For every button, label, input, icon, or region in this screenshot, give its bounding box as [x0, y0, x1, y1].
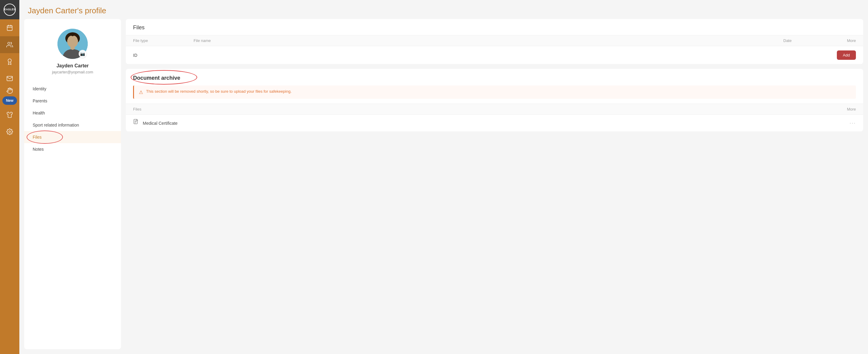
sidebar-item-new[interactable]: New — [0, 87, 19, 106]
table-row: ID Add — [126, 46, 863, 64]
new-button[interactable]: New — [2, 96, 17, 105]
svg-rect-11 — [134, 119, 137, 124]
nav-item-sport[interactable]: Sport related information — [24, 119, 121, 131]
sidebar-item-award[interactable] — [0, 53, 19, 70]
more-options-button[interactable]: ··· — [832, 120, 856, 126]
sidebar-item-settings[interactable] — [0, 123, 19, 140]
nav-item-identity[interactable]: Identity — [24, 83, 121, 95]
files-col-name: File name — [193, 38, 783, 43]
sidebar-item-calendar[interactable] — [0, 19, 19, 36]
archive-card: Document archive ⚠ This section will be … — [126, 69, 863, 131]
files-col-more: More — [832, 38, 856, 43]
files-card: Files File type File name Date More ID A… — [126, 19, 863, 64]
files-col-date: Date — [783, 38, 832, 43]
archive-col-more: More — [832, 107, 856, 111]
archive-row-left: Medical Certificate — [133, 119, 832, 127]
nav-item-notes[interactable]: Notes — [24, 143, 121, 155]
right-panel: Files File type File name Date More ID A… — [126, 19, 863, 349]
warning-icon: ⚠ — [139, 90, 143, 95]
page-title: Jayden Carter's profile — [28, 6, 860, 15]
avatar-section: 📷 Jayden Carter jaycarter@yopmail.com — [52, 19, 93, 80]
avatar-wrapper: 📷 — [58, 29, 88, 59]
page-header: Jayden Carter's profile — [19, 0, 868, 19]
archive-col-files: Files — [133, 107, 832, 111]
file-type-cell: ID — [133, 53, 193, 58]
sidebar: EAGLES New — [0, 0, 19, 354]
svg-point-5 — [8, 59, 11, 62]
document-icon — [133, 119, 139, 127]
svg-rect-0 — [7, 26, 12, 31]
archive-title: Document archive — [133, 75, 180, 81]
nav-item-health[interactable]: Health — [24, 107, 121, 119]
nav-section: Identity Parents Health Sport related in… — [24, 80, 121, 158]
content-area: 📷 Jayden Carter jaycarter@yopmail.com Id… — [19, 19, 868, 354]
files-section-title: Files — [126, 19, 863, 35]
nav-item-files[interactable]: Files — [24, 131, 121, 143]
main-content: Jayden Carter's profile — [19, 0, 868, 354]
warning-text: This section will be removed shortly, so… — [146, 89, 291, 94]
files-table-header: File type File name Date More — [126, 35, 863, 46]
files-circle-highlight — [27, 131, 63, 144]
user-name: Jayden Carter — [57, 63, 89, 69]
sidebar-item-shirt[interactable] — [0, 106, 19, 123]
warning-banner: ⚠ This section will be removed shortly, … — [133, 85, 856, 99]
table-row: Medical Certificate ··· — [126, 115, 863, 131]
sidebar-item-users[interactable] — [0, 36, 19, 53]
archive-file-name: Medical Certificate — [143, 121, 178, 126]
archive-table-header: Files More — [126, 104, 863, 115]
add-file-button[interactable]: Add — [837, 50, 856, 60]
user-email: jaycarter@yopmail.com — [52, 70, 93, 74]
logo-icon: EAGLES — [4, 4, 16, 16]
nav-item-parents[interactable]: Parents — [24, 95, 121, 107]
archive-header: Document archive — [126, 69, 863, 85]
svg-point-9 — [67, 35, 78, 47]
left-panel: 📷 Jayden Carter jaycarter@yopmail.com Id… — [24, 19, 121, 349]
svg-point-4 — [8, 42, 10, 44]
file-more-cell: Add — [832, 50, 856, 60]
files-col-type: File type — [133, 38, 193, 43]
camera-icon[interactable]: 📷 — [79, 50, 87, 58]
sidebar-item-mail[interactable] — [0, 70, 19, 87]
svg-point-6 — [9, 131, 10, 133]
sidebar-logo: EAGLES — [0, 0, 19, 19]
